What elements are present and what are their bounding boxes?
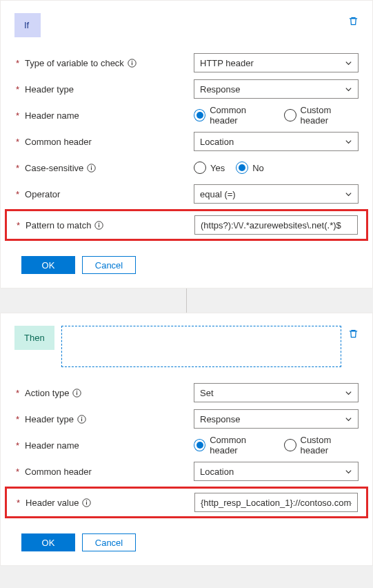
label-action-type: Action type <box>25 388 69 398</box>
ok-button[interactable]: OK <box>21 256 75 274</box>
common-header-select[interactable]: Location <box>194 132 359 151</box>
radio-case-no[interactable]: No <box>236 161 264 174</box>
label-pattern: Pattern to match <box>26 220 91 231</box>
if-card: If *Type of variable to check HTTP heade… <box>0 0 373 288</box>
radio-custom-header[interactable]: Custom header <box>284 105 359 126</box>
variable-type-select[interactable]: HTTP header <box>194 53 359 72</box>
radio-common-header[interactable]: Common header <box>194 435 273 455</box>
pattern-input[interactable] <box>194 215 358 235</box>
label-header-type: Header type <box>25 414 74 424</box>
ok-button[interactable]: OK <box>21 533 75 551</box>
label-header-value: Header value <box>26 498 79 508</box>
svg-point-5 <box>91 165 92 166</box>
label-common-header: Common header <box>25 137 92 147</box>
chevron-down-icon <box>345 415 352 423</box>
header-type-select[interactable]: Response <box>194 409 359 429</box>
then-card: Then *Action type Set *Header type Respo… <box>0 313 373 566</box>
label-common-header: Common header <box>25 467 92 477</box>
svg-rect-1 <box>132 62 132 65</box>
info-icon[interactable] <box>82 498 91 507</box>
info-icon[interactable] <box>87 164 96 173</box>
delete-icon[interactable] <box>348 13 359 26</box>
svg-point-17 <box>86 500 87 500</box>
then-chip: Then <box>14 326 54 350</box>
label-header-name: Header name <box>25 440 79 451</box>
cancel-button[interactable]: Cancel <box>82 533 136 551</box>
info-icon[interactable] <box>72 389 81 398</box>
label-operator: Operator <box>25 189 60 199</box>
label-case-sensitive: Case-sensitive <box>25 163 83 173</box>
label-variable-type: Type of variable to check <box>25 58 124 68</box>
chevron-down-icon <box>345 468 352 476</box>
action-type-select[interactable]: Set <box>194 383 359 402</box>
info-icon[interactable] <box>77 415 86 424</box>
svg-rect-13 <box>81 418 82 421</box>
info-icon[interactable] <box>94 221 103 230</box>
svg-point-2 <box>132 60 132 61</box>
connector-line <box>0 288 373 313</box>
common-header-select[interactable]: Location <box>194 462 359 481</box>
delete-icon[interactable] <box>348 326 359 339</box>
svg-point-8 <box>99 222 99 223</box>
info-icon[interactable] <box>128 59 137 68</box>
chevron-down-icon <box>345 389 352 397</box>
svg-rect-4 <box>91 167 92 170</box>
header-type-select[interactable]: Response <box>194 79 359 99</box>
chevron-down-icon <box>345 190 352 198</box>
chevron-down-icon <box>345 59 352 67</box>
chevron-down-icon <box>345 86 352 93</box>
label-header-type: Header type <box>25 84 74 95</box>
operator-select[interactable]: equal (=) <box>194 184 359 204</box>
header-value-input[interactable] <box>194 493 358 512</box>
radio-common-header[interactable]: Common header <box>194 105 273 126</box>
svg-point-11 <box>77 390 77 391</box>
radio-custom-header[interactable]: Custom header <box>284 435 359 455</box>
svg-rect-7 <box>99 224 99 227</box>
svg-rect-10 <box>77 392 77 395</box>
radio-case-yes[interactable]: Yes <box>194 161 225 174</box>
pattern-highlight: *Pattern to match <box>5 209 368 241</box>
if-chip: If <box>14 13 41 37</box>
chevron-down-icon <box>345 138 352 146</box>
then-drop-zone[interactable] <box>61 326 341 367</box>
label-header-name: Header name <box>25 110 79 121</box>
svg-rect-16 <box>86 502 87 504</box>
svg-point-14 <box>81 416 82 417</box>
cancel-button[interactable]: Cancel <box>82 256 136 274</box>
header-value-highlight: *Header value <box>5 487 368 518</box>
